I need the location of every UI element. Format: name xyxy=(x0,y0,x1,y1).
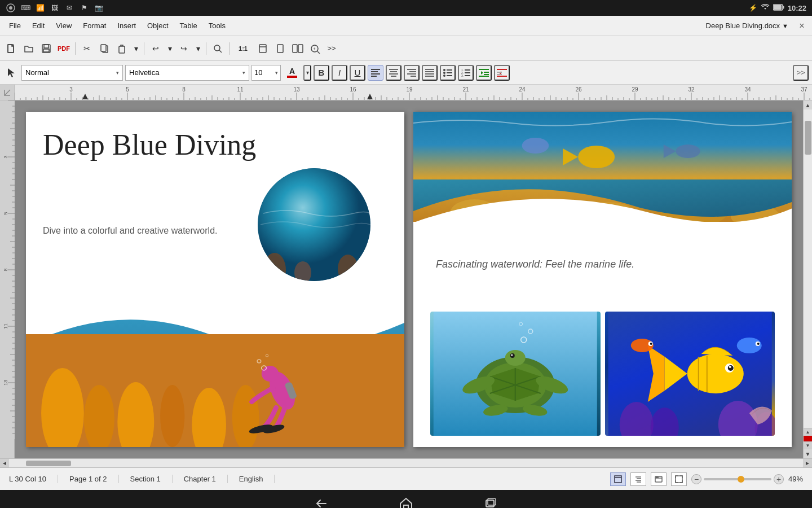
svg-point-84 xyxy=(676,144,700,158)
scroll-page-down[interactable]: ▼ xyxy=(804,441,813,449)
svg-rect-16 xyxy=(293,45,297,52)
time-display: 10:22 xyxy=(788,4,806,12)
align-left-button[interactable] xyxy=(368,65,383,81)
toolbar: PDF ✂ ▾ ↩ ▾ ↪ ▾ 1:1 xyxy=(0,36,812,61)
close-button[interactable]: × xyxy=(796,20,807,32)
menu-edit[interactable]: Edit xyxy=(28,19,49,32)
new-document-button[interactable] xyxy=(3,41,19,56)
ordered-list-button[interactable]: 1. 2. 3. xyxy=(458,65,474,81)
home-button[interactable] xyxy=(398,495,414,508)
zoom-in-button[interactable]: + xyxy=(774,474,784,484)
indent-decrease-button[interactable] xyxy=(494,65,510,81)
ruler-corner xyxy=(0,85,15,100)
svg-rect-7 xyxy=(44,45,48,48)
scroll-down-arrow[interactable]: ▼ xyxy=(804,449,813,458)
font-size-select[interactable]: 10 ▾ xyxy=(251,65,281,81)
svg-rect-27 xyxy=(389,73,398,75)
redo-dropdown[interactable]: ▾ xyxy=(193,41,202,56)
bold-button[interactable]: B xyxy=(314,65,329,81)
font-color-button[interactable]: A xyxy=(283,65,301,81)
scroll-track[interactable] xyxy=(804,110,812,428)
unordered-list-button[interactable] xyxy=(440,65,456,81)
status-icons-right: ⚡ 10:22 xyxy=(749,4,806,12)
back-button[interactable] xyxy=(313,495,330,508)
copy-button[interactable] xyxy=(96,41,112,56)
paste-dropdown[interactable]: ▾ xyxy=(131,41,140,56)
single-page-button[interactable] xyxy=(272,41,288,56)
scroll-thumb[interactable] xyxy=(805,121,811,155)
zoom-thumb[interactable] xyxy=(738,476,744,483)
page1-content: Deep Blue Diving Dive into a colorful an… xyxy=(26,112,404,447)
svg-point-106 xyxy=(687,354,743,393)
view-normal-button[interactable] xyxy=(610,472,626,486)
pdf-button[interactable]: PDF xyxy=(56,41,72,56)
svg-point-12 xyxy=(214,45,220,51)
svg-line-13 xyxy=(219,50,222,52)
photo-icon: 🖼 xyxy=(50,3,60,13)
menu-tools[interactable]: Tools xyxy=(204,19,230,32)
recents-button[interactable] xyxy=(482,495,499,508)
redo-button[interactable]: ↪ xyxy=(176,41,192,56)
svg-rect-14 xyxy=(259,45,266,52)
italic-button[interactable]: I xyxy=(332,65,347,81)
scroll-right-arrow[interactable]: ► xyxy=(803,459,812,468)
svg-rect-32 xyxy=(411,76,416,77)
align-justify-button[interactable] xyxy=(422,65,438,81)
page2-tagline: Fascinating waterworld: Feel the marine … xyxy=(436,259,780,270)
font-select[interactable]: Helvetica ▾ xyxy=(125,65,249,81)
flag-icon: ⚑ xyxy=(79,3,89,13)
menu-view[interactable]: View xyxy=(51,19,76,32)
underline-button[interactable]: U xyxy=(350,65,365,81)
scroll-left-arrow[interactable]: ◄ xyxy=(0,459,9,468)
scroll-h-track[interactable] xyxy=(9,459,803,467)
svg-point-69 xyxy=(262,366,279,382)
zoom-track[interactable] xyxy=(704,478,771,480)
view-fullscreen-button[interactable] xyxy=(671,472,687,486)
undo-dropdown[interactable]: ▾ xyxy=(165,41,174,56)
zoom-100-button[interactable]: 1:1 xyxy=(233,41,253,56)
android-nav-bar xyxy=(0,490,812,508)
menu-object[interactable]: Object xyxy=(143,19,173,32)
cut-button[interactable]: ✂ xyxy=(79,41,95,56)
scroll-page-up[interactable]: ▲ xyxy=(804,428,813,436)
menu-table[interactable]: Table xyxy=(175,19,202,32)
svg-rect-118 xyxy=(615,476,621,483)
zoom-out-button[interactable]: − xyxy=(691,474,701,484)
cursor-tool[interactable] xyxy=(3,65,19,81)
svg-rect-11 xyxy=(119,46,125,53)
svg-rect-15 xyxy=(277,45,283,52)
paragraph-style-select[interactable]: Normal ▾ xyxy=(21,65,123,81)
save-button[interactable] xyxy=(38,41,54,56)
find-button[interactable] xyxy=(210,41,226,56)
menu-insert[interactable]: Insert xyxy=(113,19,140,32)
sim-icon: 📶 xyxy=(35,3,45,13)
menu-file[interactable]: File xyxy=(5,19,25,32)
circle-ocean-image xyxy=(258,168,370,281)
scroll-up-arrow[interactable]: ▲ xyxy=(804,100,813,110)
indent-increase-button[interactable] xyxy=(476,65,492,81)
open-file-button[interactable] xyxy=(21,41,37,56)
svg-rect-56 xyxy=(497,76,507,77)
scroll-h-thumb[interactable] xyxy=(26,461,71,466)
pages-area: Deep Blue Diving Dive into a colorful an… xyxy=(15,100,803,458)
view-web-button[interactable] xyxy=(651,472,667,486)
format-toolbar-more[interactable]: >> xyxy=(793,65,809,81)
svg-rect-22 xyxy=(371,71,378,72)
scroll-split-buttons: ▲ ▼ xyxy=(804,428,813,449)
align-right-button[interactable] xyxy=(404,65,420,81)
zoom-menu-button[interactable]: + xyxy=(307,41,323,56)
paste-button[interactable] xyxy=(114,41,130,56)
view-outline-button[interactable] xyxy=(630,472,646,486)
svg-point-114 xyxy=(650,343,652,345)
font-color-dropdown[interactable]: ▾ xyxy=(303,65,311,81)
align-center-button[interactable] xyxy=(386,65,401,81)
menu-format[interactable]: Format xyxy=(78,19,111,32)
undo-button[interactable]: ↩ xyxy=(148,41,164,56)
page-indicator: Page 1 of 2 xyxy=(58,475,119,483)
underwater-section xyxy=(26,300,404,447)
wifi-icon xyxy=(761,4,770,12)
menu-bar: File Edit View Format Insert Object Tabl… xyxy=(0,16,812,36)
zoom-page-button[interactable] xyxy=(255,41,271,56)
two-page-button[interactable] xyxy=(290,41,306,56)
toolbar-more[interactable]: >> xyxy=(325,41,338,56)
